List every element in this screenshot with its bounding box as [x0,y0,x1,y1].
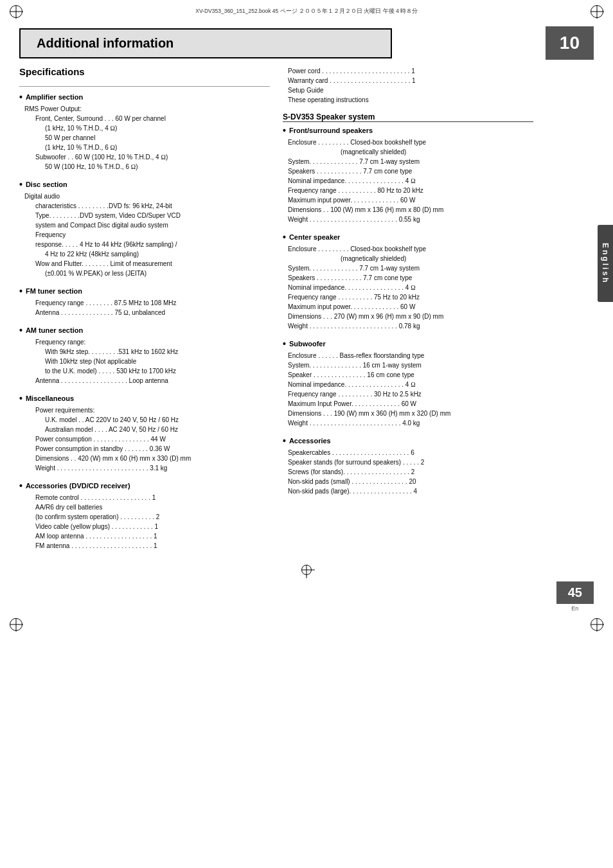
fs-4: Nominal impedance. . . . . . . . . . . .… [283,176,533,186]
divider-top-left [19,86,270,87]
subwoofer-title: Subwoofer [283,339,533,349]
disc-spec-3: system and Compact Disc digital audio sy… [19,220,270,230]
main-content: Specifications Amplifier section RMS Pow… [19,66,594,558]
cs-2: System. . . . . . . . . . . . . . 7.7 cm… [283,263,533,273]
right-column: Power cord . . . . . . . . . . . . . . .… [283,66,533,558]
amplifier-spec-6: 50 W (100 Hz, 10 % T.H.D., 6 Ω) [19,162,270,172]
right-acc-3: These operating instructions [283,95,533,105]
disc-spec-4: Frequency [19,230,270,240]
title-section: Additional information 10 [19,26,594,60]
amplifier-title: Amplifier section [19,92,270,102]
disc-spec-7: Wow and Flutter. . . . . . . . Limit of … [19,259,270,269]
cs-5: Frequency range . . . . . . . . . . 75 H… [283,292,533,302]
disc-section: Disc section Digital audio characteristi… [19,179,270,278]
am-tuner-title: AM tuner section [19,325,270,335]
page-number-area: 45 En [556,581,594,612]
footer: 45 En [19,581,594,612]
center-speaker-section: Center speaker Enclosure . . . . . . . .… [283,232,533,331]
reg-mark-center [0,565,613,575]
misc-spec-1: U.K. model . . AC 220V to 240 V, 50 Hz /… [19,415,270,425]
reg-mark-topright [591,5,603,18]
acc-4: Non-skid pads (large). . . . . . . . . .… [283,486,533,496]
amplifier-section: Amplifier section RMS Power Output: Fron… [19,92,270,172]
amplifier-spec-1: Front, Center, Surround . . . 60 W per c… [19,114,270,123]
fm-tuner-title: FM tuner section [19,286,270,296]
acc-dvd-4: AM loop antenna . . . . . . . . . . . . … [19,531,270,541]
am-spec-4: Antenna . . . . . . . . . . . . . . . . … [19,376,270,385]
accessories-dvd-section: Accessories (DVD/CD receiver) Remote con… [19,481,270,551]
fm-spec-0: Frequency range . . . . . . . . 87.5 MHz… [19,298,270,308]
right-acc-2: Setup Guide [283,85,533,95]
misc-spec-2: Australian model . . . . AC 240 V, 50 Hz… [19,425,270,434]
english-tab: English [598,225,613,302]
amplifier-spec-4: (1 kHz, 10 % T.H.D., 6 Ω) [19,143,270,152]
cs-8: Weight . . . . . . . . . . . . . . . . .… [283,321,533,331]
specifications-title: Specifications [19,66,270,80]
cs-6: Maximum input power. . . . . . . . . . .… [283,302,533,312]
front-surround-title: Front/surround speakers [283,125,533,136]
reg-mark-bottomright [591,618,603,631]
misc-spec-3: Power consumption . . . . . . . . . . . … [19,434,270,444]
acc-dvd-5: FM antenna . . . . . . . . . . . . . . .… [19,541,270,551]
fm-tuner-section: FM tuner section Frequency range . . . .… [19,286,270,317]
cs-3: Speakers . . . . . . . . . . . . . 7.7 c… [283,273,533,283]
amplifier-spec-2: (1 kHz, 10 % T.H.D., 4 Ω) [19,123,270,133]
right-acc-1: Warranty card . . . . . . . . . . . . . … [283,76,533,85]
disc-spec-2: Type. . . . . . . . .DVD system, Video C… [19,211,270,220]
en-label: En [571,605,578,612]
chapter-number: 10 [546,26,594,60]
fm-spec-1: Antenna . . . . . . . . . . . . . . . 75… [19,308,270,317]
am-tuner-section: AM tuner section Frequency range: With 9… [19,325,270,385]
misc-spec-4: Power consumption in standby . . . . . .… [19,444,270,454]
acc-dvd-1: AA/R6 dry cell batteries [19,502,270,512]
misc-spec-6: Weight . . . . . . . . . . . . . . . . .… [19,463,270,473]
right-acc-0: Power cord . . . . . . . . . . . . . . .… [283,66,533,76]
front-surround-section: Front/surround speakers Enclosure . . . … [283,125,533,224]
fs-8: Weight . . . . . . . . . . . . . . . . .… [283,215,533,224]
am-spec-0: Frequency range: [19,337,270,347]
amplifier-spec-3: 50 W per channel [19,133,270,143]
acc-1: Speaker stands (for surround speakers) .… [283,457,533,467]
sw-6: Dimensions . . . 190 (W) mm x 360 (H) mm… [283,409,533,418]
acc-dvd-2: (to confirm system operation) . . . . . … [19,512,270,522]
acc-3: Non-skid pads (small) . . . . . . . . . … [283,477,533,486]
am-spec-1: With 9kHz step. . . . . . . . .531 kHz t… [19,347,270,357]
acc-dvd-3: Video cable (yellow plugs) . . . . . . .… [19,522,270,531]
reg-marks-bottom [0,615,613,634]
disc-spec-1: characteristics . . . . . . . . .DVD fs:… [19,201,270,211]
disc-spec-5: response. . . . . 4 Hz to 44 kHz (96kHz … [19,240,270,249]
fs-6: Maximum input power. . . . . . . . . . .… [283,195,533,205]
acc-2: Screws (for stands). . . . . . . . . . .… [283,467,533,477]
center-speaker-title: Center speaker [283,232,533,242]
sw-2: Speaker . . . . . . . . . . . . . . . 16… [283,370,533,380]
disc-title: Disc section [19,179,270,190]
subwoofer-section: Subwoofer Enclosure . . . . . . Bass-ref… [283,339,533,428]
reg-marks-top: XV-DV353_360_151_252.book 45 ページ ２００５年１２… [0,0,613,23]
cs-1: (magnetically shielded) [283,254,533,263]
sw-7: Weight . . . . . . . . . . . . . . . . .… [283,418,533,428]
acc-dvd-0: Remote control . . . . . . . . . . . . .… [19,493,270,502]
reg-mark-bottomleft [10,618,22,631]
misc-spec-0: Power requirements: [19,405,270,415]
accessories-title: Accessories [283,436,533,446]
acc-0: Speakercables . . . . . . . . . . . . . … [283,448,533,457]
sw-0: Enclosure . . . . . . Bass-reflex floors… [283,351,533,360]
misc-spec-5: Dimensions . . 420 (W) mm x 60 (H) mm x … [19,454,270,463]
sw-3: Nominal impedance. . . . . . . . . . . .… [283,380,533,389]
file-info: XV-DV353_360_151_252.book 45 ページ ２００５年１２… [195,8,417,15]
fs-5: Frequency range . . . . . . . . . . . 80… [283,186,533,195]
sw-4: Frequency range . . . . . . . . . . 30 H… [283,389,533,399]
fs-2: System. . . . . . . . . . . . . . 7.7 cm… [283,157,533,166]
miscellaneous-section: Miscellaneous Power requirements: U.K. m… [19,393,270,473]
am-spec-2: With 10kHz step (Not applicable [19,357,270,366]
cs-0: Enclosure . . . . . . . . . Closed-box b… [283,244,533,254]
disc-spec-6: 4 Hz to 22 kHz (48kHz sampling) [19,249,270,259]
disc-spec-0: Digital audio [19,191,270,201]
am-spec-3: to the U.K. model) . . . . . 530 kHz to … [19,366,270,376]
cs-4: Nominal impedance. . . . . . . . . . . .… [283,283,533,292]
fs-7: Dimensions . . 100 (W) mm x 136 (H) mm x… [283,205,533,215]
left-column: Specifications Amplifier section RMS Pow… [19,66,270,558]
page-title: Additional information [37,36,173,51]
sw-1: System. . . . . . . . . . . . . . . 16 c… [283,360,533,370]
amplifier-spec-5: Subwoofer . . 60 W (100 Hz, 10 % T.H.D.,… [19,152,270,162]
